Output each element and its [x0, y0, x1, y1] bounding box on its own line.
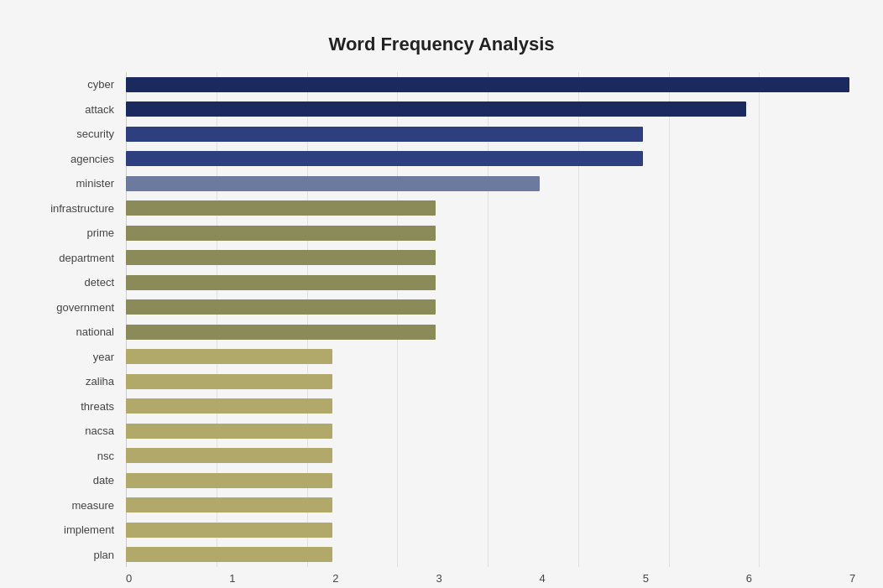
bar-row — [126, 270, 849, 295]
y-axis: cyberattacksecurityagenciesministerinfra… — [34, 72, 126, 567]
bar-row — [126, 97, 849, 122]
bar — [126, 101, 746, 117]
bar — [126, 226, 436, 241]
bar — [126, 77, 849, 92]
bar-row — [126, 72, 849, 97]
y-axis-label: prime — [86, 221, 119, 246]
bar-row — [126, 147, 849, 172]
y-axis-label: zaliha — [86, 369, 119, 394]
y-axis-label: department — [59, 246, 119, 271]
y-axis-label: nsc — [97, 444, 119, 469]
y-axis-label: security — [76, 122, 119, 147]
bar — [126, 473, 332, 488]
bar — [126, 374, 332, 389]
y-axis-label: nacsa — [85, 419, 119, 444]
y-axis-label: measure — [71, 493, 119, 518]
bar-row — [126, 444, 849, 469]
bar — [126, 547, 332, 562]
x-axis-area: 01234567 Frequency — [126, 567, 849, 588]
y-axis-label: attack — [85, 97, 119, 122]
chart-container: Word Frequency Analysis cyberattacksecur… — [17, 17, 866, 588]
bar-row — [126, 171, 849, 196]
bar — [126, 497, 332, 513]
y-axis-label: threats — [81, 394, 119, 419]
bar — [126, 299, 436, 315]
chart-title: Word Frequency Analysis — [34, 34, 849, 55]
bar — [126, 200, 436, 216]
bar — [126, 151, 643, 166]
y-axis-label: year — [93, 345, 119, 370]
bar-row — [126, 468, 849, 493]
y-axis-label: agencies — [71, 147, 119, 172]
bar — [126, 127, 643, 142]
bar-row — [126, 394, 849, 419]
bar-row — [126, 295, 849, 320]
bar-row — [126, 518, 849, 543]
y-axis-label: national — [76, 320, 119, 345]
bar-row — [126, 419, 849, 444]
bar-row — [126, 122, 849, 147]
bar-row — [126, 543, 849, 568]
y-axis-label: minister — [76, 171, 119, 196]
bar-row — [126, 493, 849, 518]
y-axis-label: government — [56, 295, 119, 320]
bar — [126, 349, 332, 364]
bar-row — [126, 246, 849, 271]
y-axis-label: implement — [64, 518, 119, 543]
bar-row — [126, 320, 849, 345]
bar — [126, 250, 436, 265]
bar — [126, 398, 332, 414]
bar — [126, 275, 436, 290]
bar — [126, 424, 332, 439]
bar — [126, 448, 332, 463]
y-axis-label: detect — [85, 270, 119, 295]
x-ticks: 01234567 — [126, 567, 849, 584]
chart-area: cyberattacksecurityagenciesministerinfra… — [34, 72, 849, 567]
bar — [126, 523, 332, 538]
bar-row — [126, 369, 849, 394]
y-axis-label: cyber — [87, 72, 119, 97]
bar — [126, 325, 436, 340]
y-axis-label: plan — [93, 543, 119, 568]
bar-row — [126, 221, 849, 246]
bar-row — [126, 196, 849, 221]
bars-area — [126, 72, 849, 567]
y-axis-label: date — [93, 468, 119, 493]
y-axis-label: infrastructure — [50, 196, 119, 221]
bar — [126, 176, 540, 191]
bar-row — [126, 345, 849, 370]
